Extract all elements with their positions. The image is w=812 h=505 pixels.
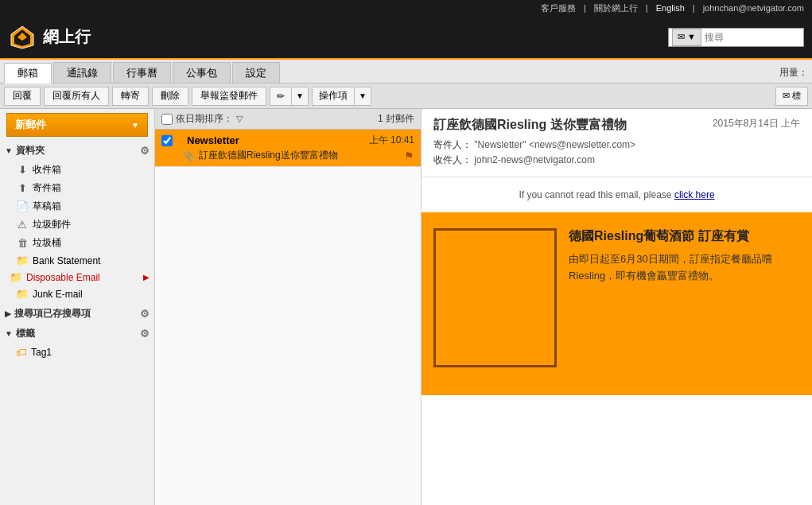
main-area: 新郵件 ▼ ▼ 資料夾 ⚙ ⬇ 收件箱 ⬆ 寄件箱 📄 草稿箱 ⚠ 垃圾郵件 🗑… bbox=[0, 109, 812, 505]
flag-icon[interactable]: ⚑ bbox=[404, 150, 414, 162]
sidebar-item-junk-email[interactable]: 📁 Junk E-mail bbox=[0, 286, 154, 302]
searches-gear-icon[interactable]: ⚙ bbox=[140, 308, 150, 320]
sep3: | bbox=[693, 3, 695, 13]
about-link[interactable]: 關於網上行 bbox=[594, 2, 638, 14]
message-time: 上午 10:41 bbox=[369, 134, 414, 147]
mail-flag-button[interactable]: ✉ 標 bbox=[775, 87, 808, 106]
from-label: 寄件人： bbox=[433, 139, 472, 150]
message-list: 依日期排序： ▽ 1 封郵件 Newsletter 上午 10:41 📎 訂座飲… bbox=[155, 109, 422, 505]
toolbar: 回覆 回覆所有人 轉寄 刪除 舉報盜發郵件 ✏ ▼ 操作項 ▼ ✉ 標 bbox=[0, 84, 812, 109]
sidebar-item-inbox[interactable]: ⬇ 收件箱 bbox=[0, 161, 154, 179]
folders-section-header[interactable]: ▼ 資料夾 ⚙ bbox=[0, 141, 154, 161]
email-to: john2-news@netvigator.com bbox=[474, 154, 595, 165]
email-date: 2015年8月14日 上午 bbox=[713, 117, 800, 130]
actions-button-split: 操作項 ▼ bbox=[312, 87, 371, 106]
edit-button-split: ✏ ▼ bbox=[270, 87, 309, 106]
select-all-checkbox[interactable] bbox=[161, 114, 173, 125]
sep2: | bbox=[646, 3, 648, 13]
search-box[interactable]: ✉ ▼ bbox=[668, 28, 804, 47]
message-list-header: 依日期排序： ▽ 1 封郵件 bbox=[155, 109, 421, 130]
folders-toggle-icon: ▼ bbox=[5, 146, 13, 155]
search-area: ✉ ▼ bbox=[668, 28, 804, 47]
edit-button[interactable]: ✏ bbox=[270, 87, 291, 106]
junk-email-icon: 📁 bbox=[16, 288, 29, 300]
email-promo-section: 德國Riesling葡萄酒節 訂座有賞 由即日起至6月30日期間，訂座指定餐廳品… bbox=[422, 212, 812, 395]
actions-button[interactable]: 操作項 bbox=[312, 87, 354, 106]
search-input[interactable] bbox=[705, 32, 800, 43]
promo-image bbox=[433, 228, 557, 367]
sort-arrow[interactable]: ▽ bbox=[236, 114, 243, 124]
sidebar: 新郵件 ▼ ▼ 資料夾 ⚙ ⬇ 收件箱 ⬆ 寄件箱 📄 草稿箱 ⚠ 垃圾郵件 🗑… bbox=[0, 109, 155, 505]
sidebar-item-trash[interactable]: 🗑 垃圾桶 bbox=[0, 234, 154, 252]
email-from: "Newsletter" <news@newsletter.com> bbox=[474, 139, 635, 150]
junk-icon: ⚠ bbox=[16, 219, 29, 231]
reply-all-button[interactable]: 回覆所有人 bbox=[44, 87, 109, 106]
mail-count: 1 封郵件 bbox=[378, 112, 414, 126]
new-mail-dropdown-arrow: ▼ bbox=[131, 121, 139, 130]
sidebar-item-junk[interactable]: ⚠ 垃圾郵件 bbox=[0, 216, 154, 234]
search-type-button[interactable]: ✉ ▼ bbox=[672, 29, 701, 46]
inbox-icon: ⬇ bbox=[16, 164, 29, 176]
tags-section-header[interactable]: ▼ 標籤 ⚙ bbox=[0, 324, 154, 344]
reply-button[interactable]: 回覆 bbox=[4, 87, 41, 106]
nav-tabs: 郵箱 通訊錄 行事曆 公事包 設定 用量： bbox=[0, 60, 812, 84]
message-subject: 訂座飲德國Riesling送你豐富禮物 bbox=[199, 149, 338, 162]
logo-icon bbox=[8, 23, 37, 52]
disposable-expand-icon: ▶ bbox=[143, 273, 150, 282]
promo-body: 由即日起至6月30日期間，訂座指定餐廳品嚐Riesling，即有機會贏豐富禮物。 bbox=[569, 251, 800, 285]
sep1: | bbox=[584, 3, 586, 13]
email-view: 2015年8月14日 上午 訂座飲德國Riesling 送你豐富禮物 寄件人： … bbox=[422, 109, 812, 505]
folders-gear-icon[interactable]: ⚙ bbox=[140, 145, 150, 157]
logo-text: 網上行 bbox=[43, 26, 91, 48]
promo-title: 德國Riesling葡萄酒節 訂座有賞 bbox=[569, 228, 800, 245]
sort-label: 依日期排序： bbox=[176, 112, 233, 126]
forward-button[interactable]: 轉寄 bbox=[112, 87, 149, 106]
logo: 網上行 bbox=[8, 23, 91, 52]
tab-contacts[interactable]: 通訊錄 bbox=[53, 62, 111, 83]
tab-settings[interactable]: 設定 bbox=[232, 62, 280, 83]
language-link[interactable]: English bbox=[656, 3, 685, 13]
unread-dot bbox=[177, 138, 183, 144]
promo-text-area: 德國Riesling葡萄酒節 訂座有賞 由即日起至6月30日期間，訂座指定餐廳品… bbox=[569, 228, 800, 379]
sidebar-item-drafts[interactable]: 📄 草稿箱 bbox=[0, 197, 154, 216]
storage-info: 用量： bbox=[779, 66, 808, 83]
message-item[interactable]: Newsletter 上午 10:41 📎 訂座飲德國Riesling送你豐富禮… bbox=[155, 130, 421, 167]
edit-dropdown-arrow[interactable]: ▼ bbox=[291, 87, 309, 106]
message-sender: Newsletter bbox=[187, 134, 365, 146]
to-label: 收件人： bbox=[433, 154, 472, 165]
email-header: 2015年8月14日 上午 訂座飲德國Riesling 送你豐富禮物 寄件人： … bbox=[422, 109, 812, 177]
folder-orange-icon: 📁 bbox=[10, 271, 22, 283]
topbar: 客戶服務 | 關於網上行 | English | johnchan@netvig… bbox=[0, 0, 812, 16]
user-email: johnchan@netvigator.com bbox=[703, 3, 804, 13]
trash-icon: 🗑 bbox=[16, 237, 29, 249]
tags-toggle-icon: ▼ bbox=[5, 329, 13, 338]
header: 網上行 ✉ ▼ bbox=[0, 16, 812, 60]
folder-icon: 📁 bbox=[16, 254, 29, 266]
tab-calendar[interactable]: 行事曆 bbox=[113, 62, 171, 83]
sidebar-item-sent[interactable]: ⬆ 寄件箱 bbox=[0, 179, 154, 197]
email-body: If you cannot read this email, please cl… bbox=[422, 177, 812, 505]
sidebar-item-disposable[interactable]: 📁 Disposable Email ▶ bbox=[0, 269, 154, 286]
tab-mailbox[interactable]: 郵箱 bbox=[4, 63, 52, 84]
delete-button[interactable]: 刪除 bbox=[152, 87, 188, 106]
tag1-icon: 🏷 bbox=[16, 346, 27, 359]
actions-dropdown-arrow[interactable]: ▼ bbox=[354, 87, 371, 106]
searches-toggle-icon: ▶ bbox=[5, 309, 11, 318]
email-notice: If you cannot read this email, please cl… bbox=[422, 177, 812, 212]
sent-icon: ⬆ bbox=[16, 182, 29, 194]
sidebar-item-bank[interactable]: 📁 Bank Statement bbox=[0, 252, 154, 269]
email-from-row: 寄件人： "Newsletter" <news@newsletter.com> bbox=[433, 138, 800, 152]
message-checkbox[interactable] bbox=[161, 135, 173, 146]
customer-service-link[interactable]: 客戶服務 bbox=[541, 2, 576, 14]
email-to-row: 收件人： john2-news@netvigator.com bbox=[433, 153, 800, 167]
new-mail-button[interactable]: 新郵件 ▼ bbox=[6, 113, 148, 137]
tag1-item[interactable]: 🏷 Tag1 bbox=[0, 344, 154, 361]
searches-section-header[interactable]: ▶ 搜尋項已存搜尋項 ⚙ bbox=[0, 304, 154, 324]
tags-gear-icon[interactable]: ⚙ bbox=[140, 328, 150, 340]
click-here-link[interactable]: click here bbox=[674, 189, 715, 200]
spam-button[interactable]: 舉報盜發郵件 bbox=[192, 87, 266, 106]
tab-briefcase[interactable]: 公事包 bbox=[173, 62, 231, 83]
drafts-icon: 📄 bbox=[16, 200, 29, 212]
attachment-icon: 📎 bbox=[183, 150, 195, 161]
